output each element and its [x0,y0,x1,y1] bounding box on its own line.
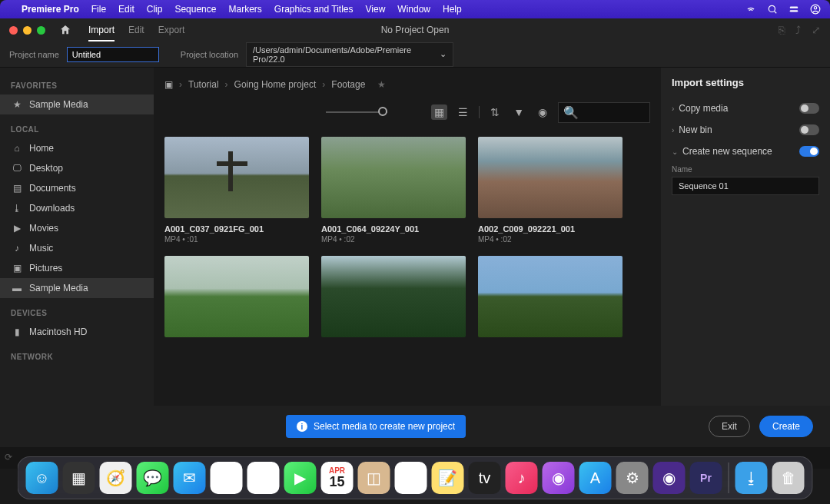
project-location-select[interactable]: /Users/admin/Documents/Adobe/Premiere Pr… [246,42,453,67]
info-banner: i Select media to create new project [286,415,466,438]
sidebar-item-pictures[interactable]: ▣Pictures [0,258,154,278]
drive-icon: ▮ [11,327,23,337]
quick-export-icon[interactable]: ⎘ [779,24,785,36]
menu-graphics[interactable]: Graphics and Titles [274,4,354,15]
dock-media-encoder[interactable]: ◉ [653,462,686,494]
search-input[interactable] [583,108,652,117]
dock-downloads[interactable]: ⭳ [735,462,768,494]
clip-thumbnail[interactable] [164,137,309,218]
new-bin-toggle[interactable] [799,124,819,135]
menu-window[interactable]: Window [397,4,430,15]
dock-launchpad[interactable]: ▦ [63,462,95,494]
sidebar-item-sample-media-2[interactable]: ▬Sample Media [0,278,154,298]
dock-calendar[interactable]: APR15 [321,462,354,494]
dock-safari[interactable]: 🧭 [100,462,132,494]
menu-file[interactable]: File [91,4,106,15]
project-name-input[interactable] [67,47,159,62]
sort-button[interactable]: ⇅ [487,104,503,120]
tab-import[interactable]: Import [88,25,115,41]
clip-item[interactable] [478,256,622,337]
favorite-star-icon[interactable]: ★ [377,79,386,90]
grid-view-button[interactable]: ▦ [431,104,447,120]
dock-finder[interactable]: ☺ [26,462,58,494]
tab-export[interactable]: Export [158,25,185,35]
clip-item[interactable] [164,256,309,337]
clip-thumbnail[interactable] [321,137,466,218]
sidebar-item-desktop[interactable]: 🖵Desktop [0,158,154,178]
sidebar-item-music[interactable]: ♪Music [0,238,154,258]
settings-create-sequence[interactable]: ⌄Create new sequence [672,141,819,162]
dock-notes[interactable]: 📝 [432,462,464,494]
dock-contacts[interactable]: ◫ [358,462,390,494]
menu-sequence[interactable]: Sequence [174,4,216,15]
clip-thumbnail[interactable] [478,137,622,218]
close-window-button[interactable] [9,26,18,35]
dock-music[interactable]: ♪ [506,462,538,494]
minimize-window-button[interactable] [23,26,32,35]
settings-copy-media[interactable]: ›Copy media [672,98,819,119]
list-view-button[interactable]: ☰ [455,104,471,120]
dock-photos[interactable]: ✿ [247,462,280,494]
thumbnail-zoom-slider[interactable] [326,111,387,113]
share-icon[interactable]: ⤴ [795,24,801,36]
media-browser: ▣ › Tutorial › Going Home project › Foot… [154,68,661,406]
dock-trash[interactable]: 🗑 [772,462,805,494]
dock-mail[interactable]: ✉ [174,462,206,494]
app-name[interactable]: Premiere Pro [22,4,79,15]
search-icon[interactable] [767,4,778,15]
user-icon[interactable] [810,4,821,15]
menu-view[interactable]: View [366,4,386,15]
svg-point-4 [814,7,817,10]
breadcrumb-footage[interactable]: Footage [331,79,365,90]
menu-help[interactable]: Help [443,4,462,15]
menu-markers[interactable]: Markers [228,4,261,15]
maximize-window-button[interactable] [37,26,45,35]
breadcrumb-tutorial[interactable]: Tutorial [188,79,219,90]
control-center-icon[interactable] [788,4,799,15]
workspace-tabs: Import Edit Export [88,25,184,35]
clip-thumbnail[interactable] [164,256,309,337]
tab-edit[interactable]: Edit [128,25,144,35]
breadcrumb-project[interactable]: Going Home project [234,79,317,90]
visibility-button[interactable]: ◉ [535,104,550,120]
clip-thumbnail[interactable] [321,256,466,337]
sequence-name-input[interactable] [672,177,819,195]
sidebar-item-home[interactable]: ⌂Home [0,138,154,158]
sidebar-item-macintosh-hd[interactable]: ▮Macintosh HD [0,322,154,342]
folder-up-icon[interactable]: ▣ [164,79,173,90]
filter-button[interactable]: ▼ [510,104,527,120]
dock-messages[interactable]: 💬 [137,462,169,494]
clip-item[interactable]: A002_C009_092221_001MP4 • :02 [478,137,622,244]
search-box[interactable]: 🔍 [558,102,650,123]
clip-item[interactable] [321,256,466,337]
create-button[interactable]: Create [759,416,813,437]
clip-grid[interactable]: A001_C037_0921FG_001MP4 • :01 A001_C064_… [154,129,661,406]
import-settings-panel: Import settings ›Copy media ›New bin ⌄Cr… [661,68,830,406]
clip-thumbnail[interactable] [478,256,622,337]
clip-item[interactable]: A001_C037_0921FG_001MP4 • :01 [164,137,309,244]
menu-clip[interactable]: Clip [147,4,163,15]
sidebar-item-documents[interactable]: ▤Documents [0,178,154,198]
dock-reminders[interactable]: ☰ [395,462,427,494]
menu-edit[interactable]: Edit [118,4,134,15]
dock-podcasts[interactable]: ◉ [543,462,575,494]
dock-appstore[interactable]: A [579,462,612,494]
wifi-icon[interactable] [745,4,756,15]
dock-tv[interactable]: tv [469,462,501,494]
home-icon[interactable] [59,24,71,36]
sidebar-item-sample-media[interactable]: ★Sample Media [0,94,154,114]
sidebar-item-movies[interactable]: ▶Movies [0,218,154,238]
create-sequence-toggle[interactable] [799,146,819,157]
dock-preferences[interactable]: ⚙ [616,462,649,494]
settings-new-bin[interactable]: ›New bin [672,119,819,141]
dock-facetime[interactable]: ▶ [284,462,317,494]
exit-button[interactable]: Exit [709,416,750,437]
sidebar-item-downloads[interactable]: ⭳Downloads [0,198,154,218]
fullscreen-icon[interactable]: ⤢ [812,24,821,36]
clip-item[interactable]: A001_C064_09224Y_001MP4 • :02 [321,137,466,244]
copy-media-toggle[interactable] [799,103,819,114]
dock-maps[interactable]: 🗺 [211,462,243,494]
dock-premiere[interactable]: Pr [690,462,722,494]
desktop-icon: 🖵 [11,163,23,174]
sync-icon[interactable]: ⟳ [5,452,12,463]
